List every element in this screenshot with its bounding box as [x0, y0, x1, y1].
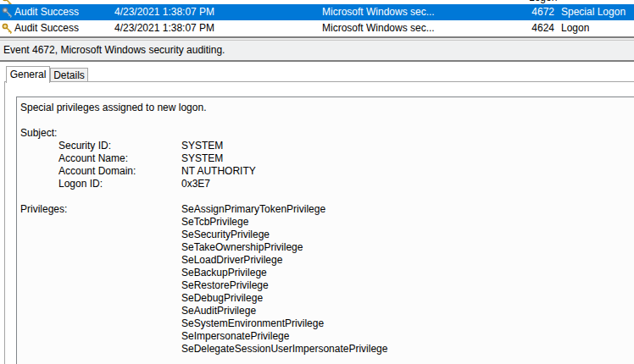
keywords-cell: Audit Success: [14, 20, 79, 36]
tab-strip: General Details: [0, 63, 634, 82]
task-category-cell: Logon: [561, 20, 589, 36]
privilege-item: SeRestorePrivilege: [181, 279, 387, 292]
source-cell: Microsoft Windows sec...: [322, 20, 435, 36]
privilege-item: SeTakeOwnershipPrivilege: [181, 241, 387, 254]
privilege-item: SeAuditPrivilege: [181, 305, 387, 317]
date-time-cell: 4/23/2021 1:38:07 PM: [114, 4, 214, 20]
privileges-label: Privileges:: [20, 203, 181, 356]
field-value: 0x3E7: [181, 178, 210, 190]
subject-field-row: Account Name: SYSTEM: [20, 152, 634, 165]
keywords-cell: Audit Success: [14, 4, 79, 20]
field-value: SYSTEM: [181, 140, 223, 152]
task-category-cell: Special Logon: [561, 4, 626, 20]
event-viewer-panel: Logon Audit Success 4/23/2021 1:38:07 PM…: [0, 0, 634, 364]
privilege-item: SeLoadDriverPrivilege: [181, 254, 387, 267]
description-line: Special privileges assigned to new logon…: [20, 102, 634, 114]
privilege-item: SeAssignPrimaryTokenPrivilege: [181, 203, 387, 216]
event-description-text: Special privileges assigned to new logon…: [17, 97, 634, 356]
privileges-list: SeAssignPrimaryTokenPrivilege SeTcbPrivi…: [181, 203, 387, 356]
field-value: NT AUTHORITY: [181, 165, 256, 178]
subject-field-row: Account Domain: NT AUTHORITY: [20, 165, 634, 178]
field-label: Account Domain:: [58, 165, 181, 178]
privilege-item: SeSystemEnvironmentPrivilege: [181, 317, 387, 330]
tab-general-label: General: [10, 69, 47, 80]
privilege-item: SeDebugPrivilege: [181, 292, 387, 305]
subject-field-row: Security ID: SYSTEM: [20, 140, 634, 152]
partial-row-task-category: Logon: [529, 0, 557, 3]
subject-field-row: Logon ID: 0x3E7: [20, 178, 634, 190]
privilege-item: SeTcbPrivilege: [181, 216, 387, 229]
field-label: Security ID:: [58, 140, 181, 152]
tab-details-label: Details: [53, 69, 85, 81]
privilege-item: SeDelegateSessionUserImpersonatePrivileg…: [181, 343, 387, 356]
field-label: Logon ID:: [58, 178, 181, 190]
tab-details[interactable]: Details: [50, 68, 88, 82]
source-cell: Microsoft Windows sec...: [322, 4, 435, 20]
tab-general[interactable]: General: [6, 66, 50, 83]
event-description-box[interactable]: Special privileges assigned to new logon…: [16, 97, 634, 364]
event-row-4672[interactable]: Audit Success 4/23/2021 1:38:07 PM Micro…: [0, 4, 634, 20]
date-time-cell: 4/23/2021 1:38:07 PM: [114, 20, 214, 36]
field-value: SYSTEM: [181, 152, 223, 165]
event-row-4624[interactable]: Audit Success 4/23/2021 1:38:07 PM Micro…: [0, 20, 634, 36]
privilege-item: SeBackupPrivilege: [181, 267, 387, 279]
privilege-item: SeSecurityPrivilege: [181, 229, 387, 241]
general-tab-page: Special privileges assigned to new logon…: [4, 81, 634, 364]
key-icon: [2, 23, 13, 34]
event-id-cell: 4672: [507, 4, 554, 20]
privileges-block: Privileges: SeAssignPrimaryTokenPrivileg…: [20, 203, 634, 356]
field-label: Account Name:: [58, 152, 181, 165]
subject-header: Subject:: [20, 127, 634, 140]
privilege-item: SeImpersonatePrivilege: [181, 330, 387, 343]
key-icon: [2, 7, 13, 18]
event-id-cell: 4624: [507, 20, 554, 36]
event-summary-header: Event 4672, Microsoft Windows security a…: [0, 40, 634, 62]
